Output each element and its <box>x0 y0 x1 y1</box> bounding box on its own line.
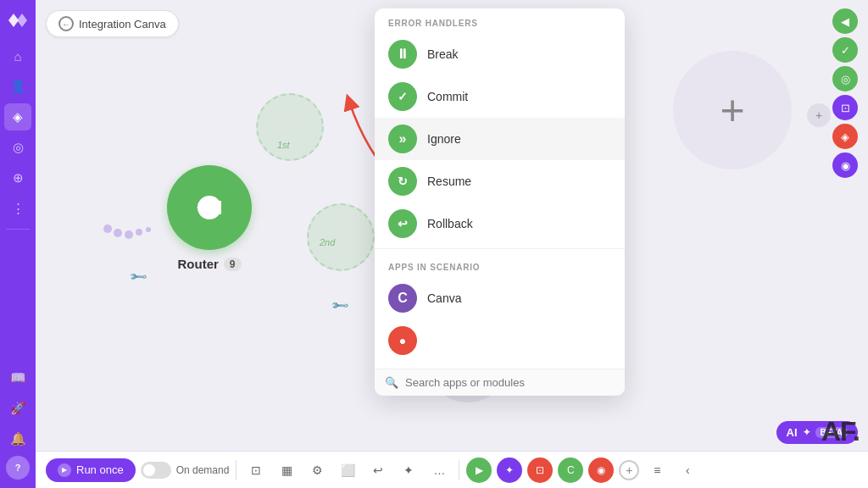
dot-1 <box>103 225 112 233</box>
toggle-control[interactable] <box>141 462 171 479</box>
resume-label: Resume <box>427 175 471 188</box>
rollback-icon: ↩ <box>388 209 417 238</box>
dropdown-item-resume[interactable]: ↻ Resume <box>375 160 625 202</box>
on-demand-toggle[interactable]: On demand <box>141 462 230 479</box>
af-watermark: AF. <box>821 416 860 447</box>
dropdown-item-break[interactable]: ⏸ Break <box>375 33 625 75</box>
router-badge: 9 <box>224 258 242 271</box>
apps-section: C Canva ● <box>375 277 625 369</box>
sidebar-item-users[interactable]: 👤 <box>4 73 31 100</box>
toolbar-c-btn[interactable]: C <box>558 458 583 483</box>
toolbar-settings-btn[interactable]: ⚙ <box>304 458 330 483</box>
toolbar-purple-btn[interactable]: ✦ <box>497 458 522 483</box>
sidebar-divider <box>6 229 30 230</box>
toolbar-more-btn[interactable]: … <box>426 458 452 483</box>
router-circle <box>167 165 252 250</box>
search-bar[interactable]: 🔍 <box>375 369 625 396</box>
canva-label: Canva <box>427 291 461 305</box>
dropdown-item-app2[interactable]: ● <box>375 319 625 362</box>
router-label: Router 9 <box>177 257 241 271</box>
back-icon: ← <box>58 16 74 31</box>
router-node[interactable]: Router 9 <box>167 165 252 271</box>
sidebar-item-connections[interactable]: ⊕ <box>4 164 31 191</box>
dot-2 <box>114 229 122 237</box>
right-icon-bar: ◀ ✓ ◎ ⊡ ◈ ◉ <box>832 8 858 178</box>
toolbar-undo-btn[interactable]: ↩ <box>365 458 391 483</box>
dropdown-item-commit[interactable]: ✓ Commit <box>375 75 625 118</box>
path-ghost-1 <box>256 93 324 161</box>
sidebar-item-rocket[interactable]: 🚀 <box>4 395 31 422</box>
run-once-label: Run once <box>76 463 124 476</box>
main-canvas: ← Integration Canva <box>36 0 868 488</box>
ai-label: AI <box>787 426 798 439</box>
toolbar-green-btn[interactable]: ▶ <box>466 458 492 483</box>
toolbar-divider-1 <box>236 460 236 480</box>
plus-node-small-right[interactable]: + <box>807 103 831 127</box>
on-demand-label: On demand <box>176 464 230 476</box>
dropdown-item-rollback[interactable]: ↩ Rollback <box>375 202 625 245</box>
toolbar-notes-btn[interactable]: ⬜ <box>335 458 360 483</box>
toolbar-magic-btn[interactable]: ✦ <box>396 458 421 483</box>
right-icon-5[interactable]: ◈ <box>832 124 858 149</box>
breadcrumb-button[interactable]: ← Integration Canva <box>46 10 179 37</box>
ignore-label: Ignore <box>427 132 461 146</box>
break-icon: ⏸ <box>388 40 417 69</box>
topbar: ← Integration Canva <box>46 10 179 37</box>
toolbar-list-btn[interactable]: ≡ <box>644 458 670 483</box>
right-icon-1[interactable]: ◀ <box>832 8 858 34</box>
run-once-button[interactable]: ▶ Run once <box>46 458 136 482</box>
error-handlers-title: ERROR HANDLERS <box>375 8 625 33</box>
commit-icon: ✓ <box>388 82 417 111</box>
toggle-knob <box>143 464 155 476</box>
sidebar-item-apps[interactable]: ◎ <box>4 134 31 161</box>
play-icon: ▶ <box>58 463 71 477</box>
path-label-2nd: 2nd <box>320 237 335 247</box>
sidebar-bottom: 📖 🚀 🔔 ? <box>4 364 31 480</box>
dropdown-menu: ERROR HANDLERS ⏸ Break ✓ Commit » Ignore… <box>375 8 625 396</box>
search-icon: 🔍 <box>385 376 398 389</box>
bottom-toolbar: ▶ Run once On demand ⊡ ▦ ⚙ ⬜ ↩ ✦ … ▶ ✦ ⊡… <box>36 451 868 488</box>
dot-3 <box>125 230 133 239</box>
plus-node-right[interactable]: + <box>673 51 792 169</box>
sidebar-item-integrations[interactable]: ◈ <box>4 103 31 130</box>
app2-icon: ● <box>388 326 417 355</box>
sidebar-item-more[interactable]: ⋮ <box>4 195 31 222</box>
sidebar-item-bell[interactable]: 🔔 <box>4 425 31 452</box>
sidebar-item-docs[interactable]: 📖 <box>4 364 31 391</box>
toolbar-grid-btn[interactable]: ▦ <box>274 458 299 483</box>
toolbar-collapse-btn[interactable]: ‹ <box>675 458 700 483</box>
sidebar: ⌂ 👤 ◈ ◎ ⊕ ⋮ 📖 🚀 🔔 ? <box>0 0 36 488</box>
rollback-label: Rollback <box>427 217 473 230</box>
dropdown-item-canva[interactable]: C Canva <box>375 277 625 319</box>
toolbar-red2-btn[interactable]: ◉ <box>588 458 614 483</box>
right-icon-6[interactable]: ◉ <box>832 152 858 178</box>
sidebar-logo <box>4 8 31 32</box>
sidebar-item-home[interactable]: ⌂ <box>4 42 31 69</box>
right-icon-3[interactable]: ◎ <box>832 66 858 92</box>
canvas-area: Router 9 1st 2nd 🔧 🔧 + + + + <box>36 0 868 454</box>
commit-label: Commit <box>427 90 468 103</box>
user-avatar[interactable]: ? <box>6 456 30 480</box>
ignore-icon: » <box>388 125 417 153</box>
wrench-icon-1: 🔧 <box>128 266 147 286</box>
right-icon-4[interactable]: ⊡ <box>832 95 858 120</box>
search-input[interactable] <box>405 376 615 389</box>
break-label: Break <box>427 47 459 61</box>
path-ghost-2 <box>307 203 375 271</box>
breadcrumb-label: Integration Canva <box>79 18 166 30</box>
toolbar-save-btn[interactable]: ⊡ <box>243 458 269 483</box>
dropdown-divider <box>375 248 625 249</box>
canva-icon: C <box>388 284 417 313</box>
toolbar-divider-2 <box>459 460 459 480</box>
dot-5 <box>146 227 151 232</box>
toolbar-add-btn[interactable]: + <box>619 460 639 480</box>
wrench-icon-2: 🔧 <box>330 295 349 314</box>
right-icon-2[interactable]: ✓ <box>832 37 858 63</box>
dot-4 <box>136 229 142 236</box>
path-label-1st: 1st <box>277 140 290 150</box>
toolbar-red-btn[interactable]: ⊡ <box>527 458 553 483</box>
resume-icon: ↻ <box>388 167 417 196</box>
apps-section-title: APPS IN SCENARIO <box>375 252 625 277</box>
dropdown-item-ignore[interactable]: » Ignore <box>375 118 625 160</box>
plus-icon-right: + <box>720 86 744 135</box>
